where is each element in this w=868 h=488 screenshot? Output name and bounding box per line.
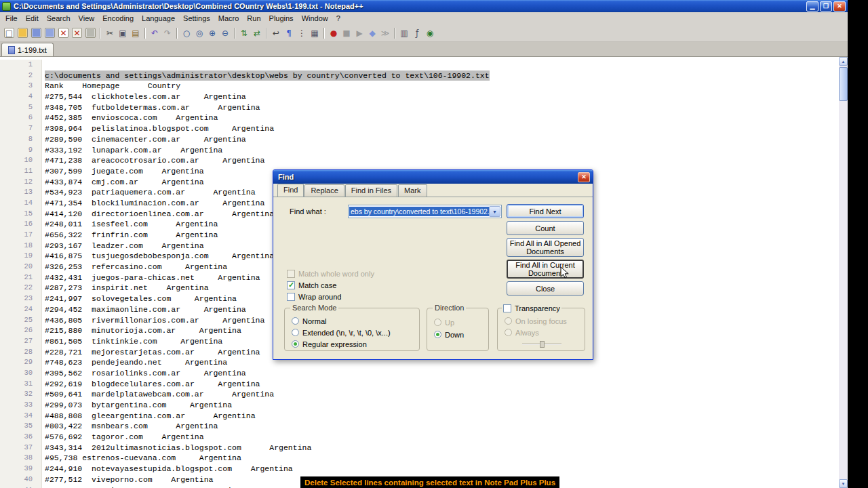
editor-line[interactable]: 1 — [0, 60, 839, 70]
editor-line[interactable]: 38#95,738 estrenos-cuevana.com Argentina — [0, 453, 839, 464]
count-button[interactable]: Count — [507, 221, 584, 235]
menu-search[interactable]: Search — [43, 13, 75, 24]
find-what-combobox[interactable]: ebs by country\converted to text\106-199… — [348, 205, 502, 218]
close-button[interactable]: Close — [507, 281, 584, 296]
menu-help[interactable]: ? — [332, 13, 344, 24]
editor-line[interactable]: 6#452,385 envioscoca.com Argentina — [0, 113, 839, 123]
option-match-whole-word-only-row[interactable]: Match whole word only — [287, 269, 374, 278]
find-dialog-tab-replace[interactable]: Replace — [304, 184, 344, 197]
editor-line[interactable]: 31#292,619 blogdecelulares.com.ar Argent… — [0, 379, 839, 390]
toolbar-show-all-characters-icon[interactable]: ¶ — [283, 27, 295, 39]
search-mode-normal-radio[interactable] — [292, 317, 299, 325]
editor-line[interactable]: 4#275,544 clickhoteles.com.ar Argentina — [0, 92, 839, 102]
scrollbar-thumb[interactable] — [839, 67, 848, 101]
toolbar-paste-icon[interactable]: ▤ — [130, 27, 142, 39]
menu-language[interactable]: Language — [138, 13, 179, 24]
toolbar-replace-icon[interactable]: ◎ — [193, 27, 205, 39]
toolbar-doc-map-icon[interactable]: ▥ — [398, 27, 410, 39]
editor-line[interactable]: 8#289,590 cinemacenter.com.ar Argentina — [0, 134, 839, 145]
search-mode-regular-expression-radio[interactable] — [292, 340, 299, 348]
toolbar-save-all-icon[interactable] — [45, 28, 55, 38]
search-mode-extended-n-r-t-0-x-row[interactable]: Extended (\n, \r, \t, \0, \x...) — [292, 328, 419, 337]
toolbar-open-folder-icon[interactable] — [18, 28, 28, 38]
menu-view[interactable]: View — [75, 13, 99, 24]
menu-file[interactable]: File — [1, 13, 22, 24]
toolbar-playback-macro-icon[interactable]: ▶ — [353, 27, 366, 39]
direction-down-row[interactable]: Down — [434, 330, 488, 339]
vertical-scrollbar[interactable]: ▲ ▼ — [839, 57, 848, 488]
toolbar-save-icon[interactable] — [31, 28, 41, 38]
editor-line[interactable]: 30#395,562 rosariolinks.com.ar Argentina — [0, 368, 839, 379]
option-match-whole-word-only-checkbox[interactable] — [287, 270, 295, 278]
editor-line[interactable]: 5#348,705 futboldetermas.com.ar Argentin… — [0, 102, 839, 113]
transparency-on-losing-focus-radio[interactable] — [505, 317, 512, 325]
editor-line[interactable]: 33#299,073 bytargentina.com Argentina — [0, 400, 839, 411]
menu-macro[interactable]: Macro — [214, 13, 243, 24]
toolbar-monitoring-icon[interactable]: ◉ — [424, 27, 436, 39]
find-dialog-tab-find[interactable]: Find — [277, 184, 304, 197]
toolbar-sync-vertical-icon[interactable]: ⇅ — [238, 27, 250, 39]
find-dialog-title-bar[interactable]: Find ✕ — [273, 170, 593, 184]
editor-line[interactable]: 9#333,192 lunapark.com.ar Argentina — [0, 145, 839, 156]
toolbar-close-all-docs-icon[interactable]: ✕ — [72, 28, 82, 38]
scroll-up-arrow-icon[interactable]: ▲ — [839, 57, 848, 66]
find-all-in-all-opened-documents-button[interactable]: Find All in All Opened Documents — [507, 238, 584, 257]
transparency-checkbox-row[interactable]: Transparency — [502, 304, 561, 312]
editor-line[interactable]: 32#509,641 mardelplatawebcam.com.ar Arge… — [0, 389, 839, 400]
transparency-always-row[interactable]: Always — [505, 328, 585, 337]
toolbar-save-macro-icon[interactable]: ◆ — [366, 27, 378, 39]
option-match-case-checkbox[interactable] — [287, 281, 295, 289]
editor-line[interactable]: 39#244,910 notevayasestupida.blogspot.co… — [0, 464, 839, 474]
find-all-in-current-document-button[interactable]: Find All in Current Document — [507, 260, 584, 279]
toolbar-user-define-dialog-icon[interactable]: ▦ — [309, 27, 321, 39]
title-bar[interactable]: C:\Documents and Settings\Administrator\… — [0, 0, 848, 12]
search-mode-extended-n-r-t-0-x-radio[interactable] — [292, 329, 299, 336]
toolbar-function-list-icon[interactable]: ƒ — [411, 27, 423, 39]
toolbar-zoom-in-icon[interactable]: ⊕ — [206, 27, 218, 39]
menu-encoding[interactable]: Encoding — [98, 13, 138, 24]
slider-thumb[interactable] — [540, 341, 545, 348]
tab-1-199-txt[interactable]: 1-199.txt — [1, 43, 54, 56]
toolbar-cut-icon[interactable]: ✂ — [104, 27, 116, 39]
menu-window[interactable]: Window — [298, 13, 332, 24]
find-dialog-close-icon[interactable]: ✕ — [578, 172, 590, 182]
restore-button[interactable]: ❐ — [820, 1, 832, 12]
editor-line[interactable]: 35#803,422 msnbears.com Argentina — [0, 421, 839, 432]
menu-plugins[interactable]: Plugins — [265, 13, 298, 24]
close-button[interactable]: ✕ — [833, 1, 846, 12]
transparency-slider[interactable] — [522, 341, 561, 348]
search-mode-regular-expression-row[interactable]: Regular expression — [292, 340, 419, 348]
direction-down-radio[interactable] — [434, 331, 441, 338]
menu-settings[interactable]: Settings — [179, 13, 214, 24]
scroll-down-arrow-icon[interactable]: ▼ — [839, 479, 848, 488]
toolbar-run-macro-multiple-icon[interactable]: ≫ — [379, 27, 391, 39]
find-next-button[interactable]: Find Next — [507, 204, 584, 218]
toolbar-close-doc-icon[interactable]: ✕ — [58, 28, 68, 38]
toolbar-undo-icon[interactable]: ↶ — [149, 27, 161, 39]
combo-dropdown-icon[interactable]: ▼ — [489, 206, 500, 217]
editor-line[interactable]: 34#488,808 gleeargentina.com.ar Argentin… — [0, 411, 839, 422]
toolbar-find-icon[interactable]: ○ — [180, 27, 193, 39]
toolbar-stop-recording-icon[interactable]: ■ — [340, 27, 353, 39]
transparency-always-radio[interactable] — [505, 329, 512, 336]
option-wrap-around-checkbox[interactable] — [287, 293, 295, 301]
toolbar-redo-icon[interactable]: ↷ — [161, 27, 174, 39]
menu-edit[interactable]: Edit — [22, 13, 43, 24]
transparency-checkbox[interactable] — [503, 304, 511, 312]
editor-line[interactable]: 2c:\documents and settings\administrator… — [0, 70, 839, 81]
minimize-button[interactable]: ▁ — [806, 1, 818, 12]
toolbar-new-file-icon[interactable]: □ — [4, 28, 14, 38]
find-dialog-tab-mark[interactable]: Mark — [398, 184, 427, 197]
direction-up-radio[interactable] — [434, 319, 441, 326]
editor-line[interactable]: 10#471,238 areacocotrosario.com.ar Argen… — [0, 155, 839, 166]
find-dialog-tab-find-in-files[interactable]: Find in Files — [345, 184, 397, 197]
toolbar-word-wrap-icon[interactable]: ↩ — [270, 27, 282, 39]
editor-line[interactable]: 7#398,964 pelislatinoa.blogspot.com Arge… — [0, 123, 839, 134]
direction-up-row[interactable]: Up — [434, 318, 488, 327]
transparency-on-losing-focus-row[interactable]: On losing focus — [505, 317, 585, 325]
option-match-case-row[interactable]: Match case — [287, 281, 374, 289]
editor-line[interactable]: 36#576,692 tagoror.com Argentina — [0, 432, 839, 443]
editor-line[interactable]: 37#343,314 2012ultimasnoticias.blogspot.… — [0, 443, 839, 453]
toolbar-print-icon[interactable] — [85, 28, 96, 38]
toolbar-copy-icon[interactable]: ▣ — [117, 27, 129, 39]
